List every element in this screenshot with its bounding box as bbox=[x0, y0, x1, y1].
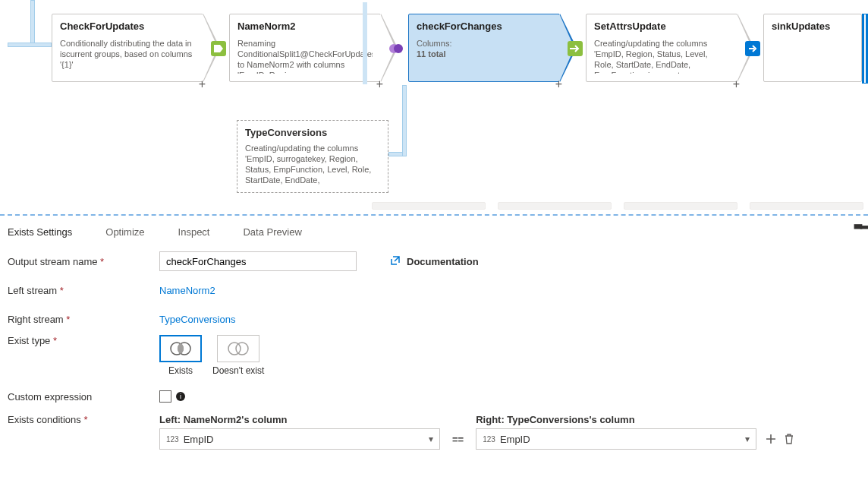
settings-panel: Exists Settings Optimize Inspect Data Pr… bbox=[0, 216, 868, 480]
right-stream-link[interactable]: TypeConversions bbox=[159, 314, 235, 325]
documentation-link[interactable]: Documentation bbox=[390, 255, 479, 268]
label-right-stream: Right stream bbox=[8, 314, 159, 325]
connector bbox=[402, 85, 407, 156]
derive-icon bbox=[563, 36, 587, 61]
cond-right-select[interactable]: 123 EmpID ▾ bbox=[476, 428, 756, 450]
svg-point-2 bbox=[394, 44, 403, 53]
dataflow-canvas[interactable]: CheckForUpdates Conditionally distributi… bbox=[0, 0, 868, 214]
node-desc: Renaming ConditionalSplit1@CheckForUpdat… bbox=[237, 39, 373, 74]
left-stream-link[interactable]: NameNorm2 bbox=[159, 285, 215, 296]
split-icon bbox=[206, 36, 231, 61]
node-desc: Conditionally distributing the data in i… bbox=[60, 39, 195, 74]
label-custom-expression: Custom expression bbox=[8, 391, 159, 403]
node-desc: Columns: 11 total bbox=[417, 39, 552, 74]
plus-icon bbox=[766, 434, 776, 444]
venn-exists-icon bbox=[168, 340, 193, 357]
cond-left-header: Left: NameNorm2's column bbox=[159, 414, 440, 425]
node-title: sinkUpdates bbox=[772, 21, 854, 33]
node-set-attrs-update[interactable]: SetAttrsUpdate Creating/updating the col… bbox=[586, 14, 737, 82]
datatype-badge: 123 bbox=[166, 435, 179, 444]
cond-right-header: Right: TypeConversions's column bbox=[476, 414, 756, 425]
tab-inspect[interactable]: Inspect bbox=[178, 226, 210, 238]
chevron-down-icon: ▾ bbox=[429, 434, 433, 444]
node-check-for-changes[interactable]: checkForChanges Columns: 11 total + bbox=[408, 14, 560, 82]
custom-expression-checkbox[interactable] bbox=[159, 390, 171, 403]
node-desc: Creating/updating the columns 'EmpID, su… bbox=[245, 144, 380, 188]
node-title: CheckForUpdates bbox=[60, 21, 195, 33]
node-desc: Creating/updating the columns 'EmpID, Re… bbox=[594, 39, 729, 74]
svg-point-8 bbox=[236, 343, 248, 355]
exist-type-exists[interactable] bbox=[159, 335, 202, 362]
label-output-stream: Output stream name bbox=[8, 256, 159, 267]
label-left-stream: Left stream bbox=[8, 285, 159, 296]
node-name-norm2[interactable]: NameNorm2 Renaming ConditionalSplit1@Che… bbox=[229, 14, 381, 82]
cond-operator: == bbox=[449, 434, 467, 450]
node-title: checkForChanges bbox=[417, 21, 552, 33]
add-condition-button[interactable] bbox=[766, 434, 776, 447]
external-link-icon bbox=[390, 255, 401, 268]
cond-left-value: EmpID bbox=[184, 434, 214, 445]
columns-value: 11 total bbox=[417, 49, 446, 58]
documentation-label: Documentation bbox=[407, 256, 479, 267]
trash-icon bbox=[784, 434, 794, 444]
tab-optimize[interactable]: Optimize bbox=[105, 226, 144, 238]
cond-left-select[interactable]: 123 EmpID ▾ bbox=[159, 428, 440, 450]
sink-terminator-icon bbox=[862, 14, 868, 84]
node-desc bbox=[772, 39, 854, 74]
exist-type-not-exists-label: Doesn't exist bbox=[212, 365, 264, 376]
delete-condition-button[interactable] bbox=[784, 434, 794, 447]
datatype-badge: 123 bbox=[483, 435, 495, 444]
panel-tabs: Exists Settings Optimize Inspect Data Pr… bbox=[8, 216, 860, 248]
minimap-tabs bbox=[372, 202, 863, 213]
chevron-down-icon: ▾ bbox=[745, 434, 750, 444]
selection-highlight bbox=[363, 2, 367, 84]
label-exist-type: Exist type bbox=[8, 335, 159, 346]
node-title: TypeConversions bbox=[245, 127, 380, 139]
node-check-for-updates[interactable]: CheckForUpdates Conditionally distributi… bbox=[52, 14, 203, 82]
venn-not-exists-icon bbox=[225, 340, 251, 357]
exists-icon bbox=[384, 36, 408, 61]
sink-icon bbox=[741, 36, 765, 61]
info-icon[interactable]: i bbox=[176, 392, 185, 401]
node-sink-updates[interactable]: sinkUpdates bbox=[763, 14, 862, 82]
tab-exists-settings[interactable]: Exists Settings bbox=[8, 226, 72, 238]
label-exists-conditions: Exists conditions bbox=[8, 414, 159, 425]
tab-data-preview[interactable]: Data Preview bbox=[243, 226, 301, 238]
cond-right-value: EmpID bbox=[500, 434, 530, 445]
columns-label: Columns: bbox=[417, 39, 451, 48]
node-title: NameNorm2 bbox=[237, 21, 373, 33]
output-stream-input[interactable] bbox=[159, 251, 357, 271]
exist-type-not-exists[interactable] bbox=[217, 335, 259, 362]
exist-type-exists-label: Exists bbox=[168, 365, 193, 376]
svg-point-7 bbox=[228, 343, 241, 355]
node-type-conversions[interactable]: TypeConversions Creating/updating the co… bbox=[237, 120, 388, 193]
node-title: SetAttrsUpdate bbox=[594, 21, 729, 33]
